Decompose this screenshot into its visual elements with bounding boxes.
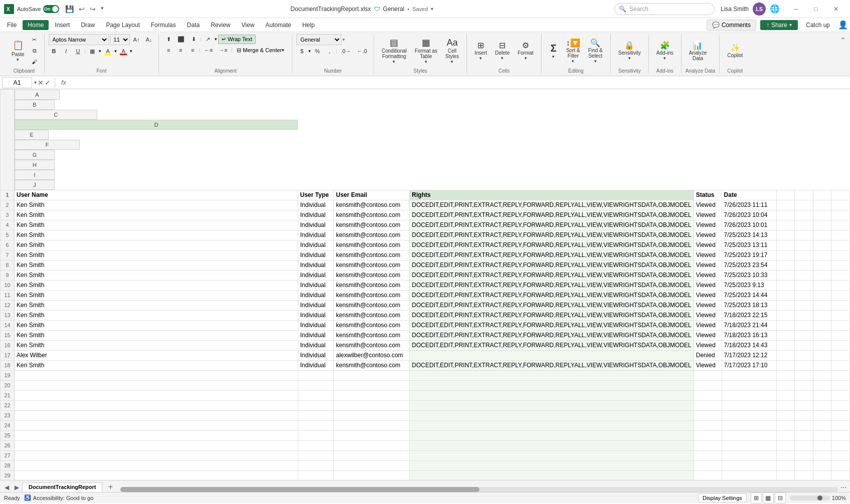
menu-data[interactable]: Data [182,20,205,30]
sheet-options-btn[interactable]: ⋯ [839,483,848,492]
cell-h19[interactable] [795,370,813,380]
col-header-d[interactable]: D [15,120,298,130]
cell-c10[interactable]: kensmith@contoso.com [334,280,410,290]
col-header-b[interactable]: B [15,100,55,110]
cancel-icon[interactable]: ✕ [38,79,44,87]
cell-g19[interactable] [776,370,795,380]
cell-f10[interactable]: 7/25/2023 9:13 [722,280,776,290]
cell-e2[interactable]: Viewed [694,200,722,210]
cell-b6[interactable]: Individual [298,240,334,250]
row-num-19[interactable]: 19 [1,370,15,380]
row-num-20[interactable]: 20 [1,380,15,390]
cell-b19[interactable] [298,370,334,380]
cell-c16[interactable]: kensmith@contoso.com [334,340,410,350]
cell-h27[interactable] [795,450,813,460]
cell-d25[interactable] [410,430,694,440]
row-num-17[interactable]: 17 [1,350,15,360]
cell-a14[interactable]: Ken Smith [15,320,298,330]
display-settings-button[interactable]: Display Settings [698,493,747,502]
ribbon-collapse-button[interactable]: ⌃ [840,34,846,74]
cell-e6[interactable]: Viewed [694,240,722,250]
autosave-toggle[interactable]: On [43,5,59,13]
cell-e16[interactable]: Viewed [694,340,722,350]
cell-i28[interactable] [813,460,831,470]
cell-i2[interactable] [813,200,831,210]
cell-d10[interactable]: DOCEDIT,EDIT,PRINT,EXTRACT,REPLY,FORWARD… [410,280,694,290]
cell-g25[interactable] [776,430,795,440]
cell-e26[interactable] [694,440,722,450]
increase-font-button[interactable]: A↑ [131,35,142,45]
page-break-view-button[interactable]: ⊟ [775,492,786,503]
row-num-14[interactable]: 14 [1,320,15,330]
find-select-button[interactable]: 🔍 Find &Select ▾ [585,37,606,64]
cell-d2[interactable]: DOCEDIT,EDIT,PRINT,EXTRACT,REPLY,FORWARD… [410,200,694,210]
cell-b18[interactable]: Individual [298,360,334,370]
cell-h16[interactable] [795,340,813,350]
cell-h13[interactable] [795,310,813,320]
cell-i11[interactable] [813,290,831,300]
row-num-10[interactable]: 10 [1,280,15,290]
font-color-button[interactable]: A [118,46,129,56]
cell-b22[interactable] [298,400,334,410]
cell-e10[interactable]: Viewed [694,280,722,290]
cell-e12[interactable]: Viewed [694,300,722,310]
cell-d14[interactable]: DOCEDIT,EDIT,PRINT,EXTRACT,REPLY,FORWARD… [410,320,694,330]
cell-h20[interactable] [795,380,813,390]
cell-i15[interactable] [813,330,831,340]
cell-d16[interactable]: DOCEDIT,EDIT,PRINT,EXTRACT,REPLY,FORWARD… [410,340,694,350]
cell-f22[interactable] [722,400,776,410]
row-num-29[interactable]: 29 [1,470,15,480]
decrease-font-button[interactable]: A↓ [143,35,154,45]
menu-view[interactable]: View [237,20,260,30]
cell-g26[interactable] [776,440,795,450]
border-button[interactable]: ▦ [87,46,98,56]
cell-h26[interactable] [795,440,813,450]
cell-i20[interactable] [813,380,831,390]
cell-d11[interactable]: DOCEDIT,EDIT,PRINT,EXTRACT,REPLY,FORWARD… [410,290,694,300]
sensitivity-button[interactable]: 🔒 Sensitivity ▾ [615,37,644,64]
fill-color-button[interactable]: A [102,46,113,56]
cell-h3[interactable] [795,210,813,220]
comma-button[interactable]: , [324,46,335,56]
cell-c29[interactable] [334,470,410,480]
cell-j13[interactable] [831,310,850,320]
row-num-22[interactable]: 22 [1,400,15,410]
cell-j10[interactable] [831,280,850,290]
cell-g14[interactable] [776,320,795,330]
cell-f12[interactable]: 7/25/2023 18:13 [722,300,776,310]
cell-e24[interactable] [694,420,722,430]
cell-b23[interactable] [298,410,334,420]
menu-help[interactable]: Help [297,20,320,30]
menu-formulas[interactable]: Formulas [146,20,181,30]
cell-j21[interactable] [831,390,850,400]
expand-icon[interactable]: ▾ [34,80,37,85]
cell-h12[interactable] [795,300,813,310]
cell-i1[interactable] [813,190,831,200]
col-header-i[interactable]: I [15,170,55,180]
row-num-21[interactable]: 21 [1,390,15,400]
cell-d3[interactable]: DOCEDIT,EDIT,PRINT,EXTRACT,REPLY,FORWARD… [410,210,694,220]
confirm-icon[interactable]: ✓ [45,79,51,87]
cell-c3[interactable]: kensmith@contoso.com [334,210,410,220]
cell-j26[interactable] [831,440,850,450]
col-header-h[interactable]: H [15,160,55,170]
cell-d12[interactable]: DOCEDIT,EDIT,PRINT,EXTRACT,REPLY,FORWARD… [410,300,694,310]
row-num-13[interactable]: 13 [1,310,15,320]
cell-b21[interactable] [298,390,334,400]
cell-b29[interactable] [298,470,334,480]
cell-f6[interactable]: 7/25/2023 13:11 [722,240,776,250]
menu-insert[interactable]: Insert [50,20,75,30]
cell-i10[interactable] [813,280,831,290]
decrease-decimal-button[interactable]: .0→ [338,46,354,56]
row-num-11[interactable]: 11 [1,290,15,300]
h-scroll-thumb[interactable] [120,487,479,492]
copy-button[interactable]: ⧉ [29,46,40,56]
cell-h23[interactable] [795,410,813,420]
decrease-indent-button[interactable]: ←≡ [202,45,215,55]
cell-j16[interactable] [831,340,850,350]
cell-e13[interactable]: Viewed [694,310,722,320]
cell-e4[interactable]: Viewed [694,220,722,230]
cell-a1[interactable]: User Name [15,190,298,200]
cell-reference-input[interactable] [2,77,32,88]
row-num-25[interactable]: 25 [1,430,15,440]
